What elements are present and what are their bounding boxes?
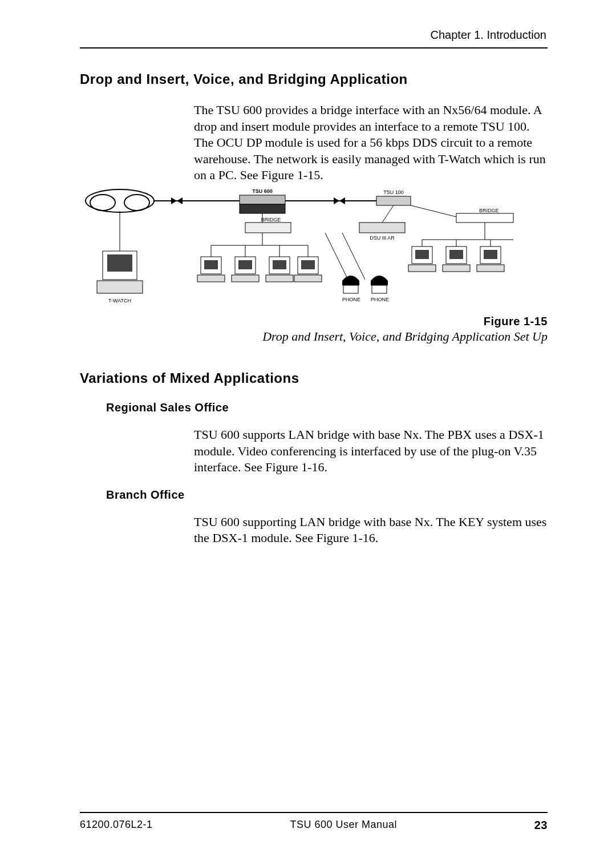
svg-marker-9 <box>334 197 339 204</box>
svg-rect-47 <box>408 265 436 272</box>
svg-line-55 <box>325 233 348 280</box>
label-phone-2: PHONE <box>371 297 389 302</box>
svg-rect-33 <box>232 275 259 282</box>
svg-rect-38 <box>301 260 315 269</box>
svg-rect-49 <box>449 250 463 259</box>
header-rule <box>80 47 548 48</box>
svg-rect-46 <box>415 250 429 259</box>
svg-line-15 <box>382 205 394 223</box>
label-bridge-right: BRIDGE <box>479 208 499 213</box>
svg-rect-35 <box>273 260 286 269</box>
svg-rect-52 <box>484 250 497 259</box>
svg-rect-50 <box>443 265 470 272</box>
svg-rect-39 <box>294 275 322 282</box>
subheading-regional: Regional Sales Office <box>106 401 548 414</box>
section2-para1: TSU 600 supports LAN bridge with base Nx… <box>194 427 548 476</box>
svg-rect-32 <box>238 260 252 269</box>
label-tsu600: TSU 600 <box>252 188 273 194</box>
svg-point-1 <box>90 195 115 211</box>
svg-rect-56 <box>343 285 358 293</box>
svg-marker-4 <box>171 197 177 204</box>
label-tsu100: TSU 100 <box>383 189 404 195</box>
section-heading-1: Drop and Insert, Voice, and Bridging App… <box>80 71 548 87</box>
svg-rect-7 <box>240 204 285 213</box>
running-header: Chapter 1. Introduction <box>80 29 548 47</box>
svg-rect-14 <box>359 223 405 233</box>
figure-number: Figure 1-15 <box>80 315 548 328</box>
footer-rule <box>80 812 548 813</box>
label-twatch: T-WATCH <box>108 298 131 304</box>
svg-line-13 <box>411 205 456 217</box>
footer-docno: 61200.076L2-1 <box>80 819 153 832</box>
page-footer: 61200.076L2-1 TSU 600 User Manual 23 <box>80 812 548 832</box>
svg-rect-30 <box>197 275 225 282</box>
svg-point-2 <box>124 195 149 211</box>
label-dsuiiiar: DSU III AR <box>370 235 395 241</box>
svg-rect-36 <box>266 275 293 282</box>
svg-marker-10 <box>339 197 345 204</box>
footer-page-number: 23 <box>534 819 548 832</box>
svg-rect-53 <box>477 265 504 272</box>
svg-rect-57 <box>372 285 387 293</box>
diagram-svg: TSU 600 TSU 100 BRIDGE DSU III AR BRIDGE <box>80 188 548 314</box>
svg-rect-29 <box>204 260 218 269</box>
subheading-branch: Branch Office <box>106 488 548 502</box>
footer-title: TSU 600 User Manual <box>290 819 397 832</box>
page: Chapter 1. Introduction Drop and Insert,… <box>0 0 616 857</box>
label-bridge-left: BRIDGE <box>261 217 281 223</box>
svg-rect-16 <box>245 223 291 233</box>
svg-rect-27 <box>97 281 143 293</box>
figure-1-15: TSU 600 TSU 100 BRIDGE DSU III AR BRIDGE <box>80 188 548 344</box>
svg-marker-5 <box>177 197 183 204</box>
section1-paragraph: The TSU 600 provides a bridge interface … <box>194 102 548 184</box>
section-heading-2: Variations of Mixed Applications <box>80 370 548 386</box>
svg-line-54 <box>342 233 365 280</box>
svg-rect-12 <box>456 213 513 223</box>
section2-para2: TSU 600 supporting LAN bridge with base … <box>194 514 548 547</box>
svg-rect-11 <box>376 196 411 205</box>
svg-rect-6 <box>240 195 285 204</box>
svg-rect-26 <box>107 254 132 272</box>
figure-caption: Drop and Insert, Voice, and Bridging App… <box>80 329 548 344</box>
label-phone-1: PHONE <box>342 297 360 302</box>
section1-body: The TSU 600 provides a bridge interface … <box>194 102 548 184</box>
